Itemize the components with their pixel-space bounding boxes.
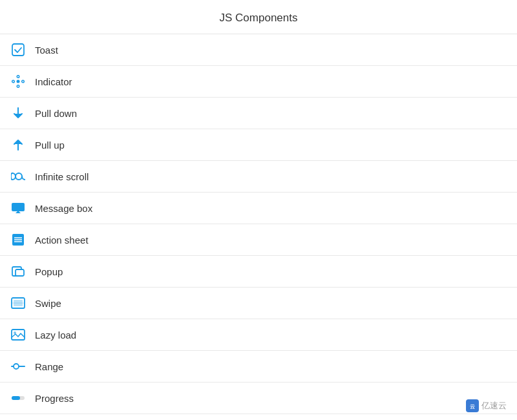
list-item-range[interactable]: Range (0, 351, 517, 383)
swipe-label: Swipe (35, 298, 61, 309)
progress-label: Progress (35, 393, 74, 404)
svg-point-5 (17, 85, 19, 88)
lazy-load-label: Lazy load (35, 330, 76, 341)
swipe-icon (10, 295, 26, 311)
page-title: JS Components (0, 0, 517, 34)
list-item-indicator[interactable]: Indicator (0, 66, 517, 98)
indicator-icon (10, 74, 26, 89)
svg-rect-21 (12, 396, 20, 400)
progress-icon (10, 390, 26, 406)
message-box-label: Message box (35, 203, 92, 214)
svg-point-1 (17, 80, 20, 83)
pull-up-icon (10, 137, 26, 152)
svg-rect-12 (16, 269, 24, 276)
popup-label: Popup (35, 266, 63, 277)
pull-down-label: Pull down (35, 108, 77, 119)
footer-logo-text: 亿速云 (481, 400, 507, 412)
list-item-pull-down[interactable]: Pull down (0, 98, 517, 129)
footer-logo: 云 亿速云 (466, 399, 507, 412)
svg-text:云: 云 (470, 404, 475, 410)
svg-point-4 (17, 76, 19, 78)
pull-up-label: Pull up (35, 140, 65, 151)
list-item-swipe[interactable]: Swipe (0, 288, 517, 319)
list-item-picker[interactable]: Picker (0, 414, 517, 420)
component-list: Toast Indicator Pull down (0, 34, 517, 420)
list-item-message-box[interactable]: Message box (0, 193, 517, 224)
list-item-popup[interactable]: Popup (0, 256, 517, 288)
action-sheet-label: Action sheet (35, 235, 89, 246)
list-item-lazy-load[interactable]: Lazy load (0, 319, 517, 351)
indicator-label: Indicator (35, 76, 72, 87)
svg-point-19 (14, 364, 19, 369)
action-sheet-icon (10, 232, 26, 247)
svg-rect-6 (12, 203, 25, 211)
pull-down-icon (10, 105, 26, 121)
list-item-pull-up[interactable]: Pull up (0, 129, 517, 161)
toast-label: Toast (35, 45, 58, 56)
list-item-progress[interactable]: Progress (0, 383, 517, 414)
message-box-icon (10, 200, 26, 216)
list-item-action-sheet[interactable]: Action sheet (0, 224, 517, 256)
range-icon (10, 359, 26, 374)
popup-icon (10, 264, 26, 279)
list-item-infinite-scroll[interactable]: Infinite scroll (0, 161, 517, 193)
infinite-scroll-icon (10, 169, 26, 184)
list-item-toast[interactable]: Toast (0, 34, 517, 66)
svg-rect-0 (12, 44, 24, 56)
toast-icon (10, 42, 26, 58)
infinite-scroll-label: Infinite scroll (35, 171, 89, 182)
range-label: Range (35, 361, 63, 372)
svg-point-3 (22, 80, 25, 83)
lazy-load-icon (10, 327, 26, 342)
svg-point-2 (12, 80, 15, 83)
